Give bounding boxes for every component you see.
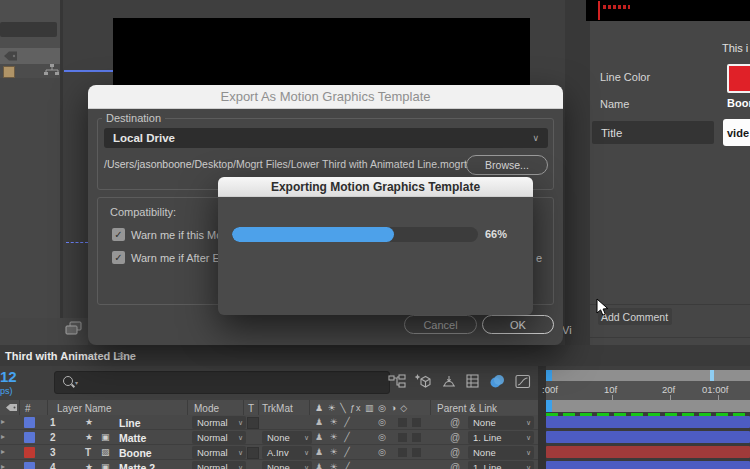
pick-whip-icon[interactable]: @: [450, 462, 460, 469]
expand-arrow-icon[interactable]: ▸: [1, 462, 5, 469]
time-ruler[interactable]: :00f 10f 20f 01:00f: [546, 381, 750, 400]
parent-dropdown[interactable]: None ∨: [468, 446, 534, 459]
export-dialog-titlebar[interactable]: Export As Motion Graphics Template: [88, 85, 563, 109]
parent-dropdown[interactable]: 1. Line ∨: [468, 461, 534, 469]
header-switch-icons[interactable]: ♟ ☀ ╲ ƒx ▥ ◎ ◑ ◇: [315, 403, 408, 413]
title-input[interactable]: Title: [592, 121, 714, 144]
destination-dropdown[interactable]: Local Drive ∨: [104, 128, 548, 148]
browse-button-label: Browse...: [485, 159, 529, 171]
work-area-bar[interactable]: [546, 400, 750, 412]
adjustment-toggle[interactable]: [398, 448, 407, 457]
browse-button[interactable]: Browse...: [466, 155, 548, 175]
trkmat-dropdown[interactable]: None ∨: [262, 461, 312, 469]
timecode-display[interactable]: 12: [0, 368, 17, 385]
title-value-field[interactable]: vide: [723, 119, 750, 146]
graph-editor-icon[interactable]: [514, 374, 532, 389]
pick-whip-icon[interactable]: @: [450, 447, 460, 458]
layer-index: 2: [50, 432, 56, 443]
export-dialog-title: Export As Motion Graphics Template: [220, 89, 430, 104]
project-search-fragment[interactable]: [0, 22, 57, 37]
trkmat-dropdown[interactable]: None ∨: [262, 431, 312, 444]
timeline-search-box[interactable]: ▾: [54, 371, 390, 394]
motion-blur-toggle[interactable]: ◎: [378, 417, 386, 427]
preserve-transparency-toggle[interactable]: [247, 447, 259, 459]
layer-name[interactable]: Boone: [119, 447, 152, 459]
name-label: Name: [600, 98, 629, 110]
label-color-swatch[interactable]: [3, 66, 15, 78]
layer-duration-bar[interactable]: [546, 446, 750, 458]
header-index[interactable]: #: [25, 403, 31, 414]
mode-value: Normal: [197, 447, 228, 458]
header-layer-name[interactable]: Layer Name: [57, 403, 111, 414]
pick-whip-icon[interactable]: @: [450, 417, 460, 428]
panel-text-fragment: This i: [722, 42, 748, 54]
compatibility-label: Compatibility:: [110, 206, 176, 218]
destination-value: Local Drive: [113, 132, 175, 144]
search-dropdown-icon[interactable]: ▾: [75, 379, 78, 386]
panel-gap: [565, 0, 590, 345]
mode-dropdown[interactable]: Normal ∨: [192, 461, 246, 469]
layer-name[interactable]: Line: [119, 417, 141, 429]
motion-blur-toggle[interactable]: ◎: [378, 447, 386, 457]
preserve-transparency-toggle[interactable]: [247, 417, 259, 429]
search-input[interactable]: [85, 373, 384, 392]
panel-divider: [60, 0, 63, 345]
frames-icon[interactable]: [464, 373, 482, 389]
playhead[interactable]: [546, 400, 552, 412]
header-parent-link[interactable]: Parent & Link: [437, 403, 497, 414]
header-mode[interactable]: Mode: [194, 403, 219, 414]
tag-icon[interactable]: [5, 402, 18, 413]
layer-label-swatch[interactable]: [24, 432, 35, 443]
layer-duration-bar[interactable]: [546, 461, 750, 469]
threed-toggle[interactable]: [412, 418, 421, 427]
stacked-comps-icon[interactable]: [65, 321, 83, 336]
navigator-start-handle[interactable]: [546, 370, 552, 381]
mode-dropdown[interactable]: Normal ∨: [192, 446, 246, 459]
parent-dropdown[interactable]: 1. Line ∨: [468, 431, 534, 444]
parent-dropdown[interactable]: None ∨: [468, 416, 534, 429]
layer-label-swatch[interactable]: [24, 417, 35, 428]
threed-toggle[interactable]: [412, 448, 421, 457]
adjustment-toggle[interactable]: [398, 433, 407, 442]
ok-button[interactable]: OK: [482, 315, 554, 334]
layer-label-swatch[interactable]: [24, 462, 35, 469]
layer-label-swatch[interactable]: [24, 447, 35, 458]
progress-dialog-titlebar[interactable]: Exporting Motion Graphics Template: [218, 177, 533, 197]
expand-arrow-icon[interactable]: ▸: [1, 447, 5, 456]
header-t[interactable]: T: [248, 403, 254, 414]
header-trkmat[interactable]: TrkMat: [262, 403, 293, 414]
hamburger-menu-icon[interactable]: ≡: [117, 349, 124, 363]
line-color-swatch[interactable]: [727, 64, 750, 93]
layer-name[interactable]: Matte 2: [119, 462, 155, 469]
chevron-down-icon: ∨: [304, 464, 309, 469]
time-navigator[interactable]: [546, 370, 750, 381]
expand-arrow-icon[interactable]: ▸: [1, 417, 5, 426]
motion-blur-icon[interactable]: [488, 373, 507, 390]
draft-3d-icon[interactable]: [414, 373, 433, 390]
layer-name[interactable]: Matte: [119, 432, 146, 444]
warn-checkbox-2[interactable]: ✓: [112, 251, 125, 264]
navigator-marker[interactable]: [710, 370, 714, 381]
pick-whip-icon[interactable]: @: [450, 432, 460, 443]
expand-arrow-icon[interactable]: ▸: [1, 432, 5, 441]
check-icon: ✓: [114, 252, 122, 263]
frame-blending-icon[interactable]: [440, 374, 458, 389]
comp-mini-flowchart-icon[interactable]: [388, 374, 406, 389]
layer-switches[interactable]: ♟ ☀ ╱: [315, 417, 352, 427]
flowchart-icon[interactable]: [44, 64, 60, 77]
warn-checkbox-1[interactable]: ✓: [112, 228, 125, 241]
layer-switches[interactable]: ♟ ☀ ╱: [315, 462, 352, 469]
mode-dropdown[interactable]: Normal ∨: [192, 431, 246, 444]
adjustment-toggle[interactable]: [398, 418, 407, 427]
layer-switches[interactable]: ♟ ☀ ╱: [315, 447, 352, 457]
motion-blur-toggle[interactable]: ◎: [378, 432, 386, 442]
mode-dropdown[interactable]: Normal ∨: [192, 416, 246, 429]
layer-switches[interactable]: ♟ ☀ ╱: [315, 432, 352, 442]
layer-duration-bar[interactable]: [546, 431, 750, 443]
trkmat-dropdown[interactable]: A.Inv ∨: [262, 446, 312, 459]
layer-index: 4: [50, 462, 56, 469]
cancel-button[interactable]: Cancel: [404, 315, 477, 334]
layer-duration-bar[interactable]: [546, 416, 750, 428]
threed-toggle[interactable]: [412, 433, 421, 442]
dashed-guide-line: [66, 242, 88, 243]
